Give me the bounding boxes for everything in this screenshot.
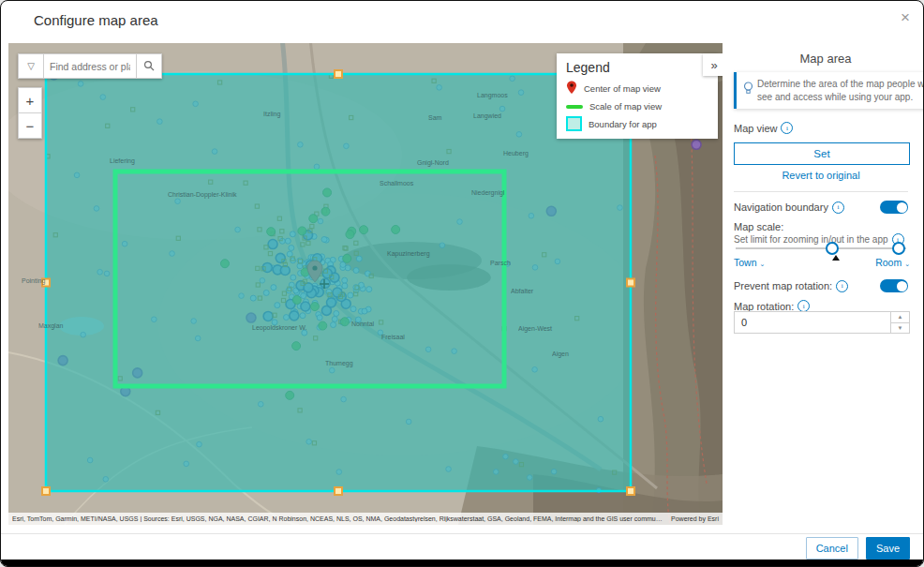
legend-collapse-button[interactable]: »: [703, 53, 723, 76]
legend-item: Boundary for app: [566, 116, 708, 131]
chevron-down-icon: ▽: [27, 61, 35, 71]
map-scale-label: Map scale:: [734, 221, 783, 232]
legend-item-label: Scale of map view: [589, 101, 662, 112]
close-icon[interactable]: ×: [901, 8, 910, 27]
map-scale-slider: [736, 242, 906, 255]
search-input[interactable]: [44, 53, 136, 79]
map-rotation-input[interactable]: [735, 312, 890, 333]
powered-by-esri: Powered by Esri: [671, 515, 719, 522]
divider: [734, 191, 908, 192]
legend-item: Scale of map view: [566, 101, 708, 112]
chevron-down-icon: ⌄: [904, 261, 910, 267]
map-rotation-label: Map rotation:: [734, 301, 794, 312]
prevent-rotation-toggle[interactable]: [880, 279, 908, 292]
set-map-view-button[interactable]: Set: [734, 142, 910, 165]
dialog-title: Configure map area: [34, 12, 158, 28]
slider-min-handle[interactable]: [826, 242, 839, 255]
info-icon[interactable]: i: [836, 280, 848, 292]
boundary-handle[interactable]: [42, 487, 50, 495]
search-source-dropdown[interactable]: ▽: [18, 53, 44, 79]
save-button[interactable]: Save: [866, 537, 910, 560]
boundary-handle[interactable]: [627, 487, 634, 495]
legend-item-label: Center of map view: [584, 83, 661, 94]
search-icon: [143, 60, 155, 73]
cancel-button[interactable]: Cancel: [806, 537, 858, 560]
map-rotation-field: ▲ ▼: [734, 311, 910, 334]
map-area-settings-panel: Map area Determine the area of the map p…: [732, 43, 919, 526]
legend-card: Legend Center of map view Scale of map v…: [557, 53, 718, 139]
scale-min-value: Town: [734, 257, 757, 268]
legend-title: Legend: [566, 60, 708, 75]
boundary-handle[interactable]: [42, 279, 50, 287]
boundary-handle[interactable]: [335, 487, 342, 495]
boundary-handle[interactable]: [627, 279, 634, 287]
search-button[interactable]: [136, 53, 162, 79]
map-attribution: Esri, TomTom, Garmin, METI/NASA, USGS | …: [8, 513, 723, 525]
map-view-label: Map view: [734, 123, 777, 134]
boundary-for-app-rect[interactable]: [46, 74, 631, 491]
configure-map-area-dialog: Configure map area ×: [0, 0, 924, 567]
window-bottom-edge: [1, 560, 923, 566]
slider-track[interactable]: [736, 247, 906, 249]
search-bar: ▽: [18, 53, 162, 79]
tip-callout: Determine the area of the map people wil…: [734, 72, 924, 109]
attribution-sources: Esri, TomTom, Garmin, METI/NASA, USGS | …: [12, 515, 663, 522]
map-pin-icon: [566, 81, 577, 97]
info-icon[interactable]: i: [781, 122, 793, 134]
spinner-up-icon[interactable]: ▲: [891, 312, 909, 323]
double-chevron-right-icon: »: [710, 58, 717, 72]
scale-max-value: Room: [875, 257, 902, 268]
legend-item: Center of map view: [566, 81, 708, 97]
revert-to-original-link[interactable]: Revert to original: [732, 170, 910, 181]
scale-min-dropdown[interactable]: Town ⌄: [734, 257, 765, 268]
slider-max-handle[interactable]: [892, 242, 905, 255]
zoom-out-button[interactable]: −: [18, 113, 42, 139]
zoom-controls: + −: [18, 87, 42, 139]
lightbulb-icon: [743, 82, 753, 99]
navigation-boundary-toggle[interactable]: [880, 201, 908, 214]
prevent-rotation-label: Prevent map rotation:: [734, 280, 832, 291]
slider-marker-triangle-icon: [832, 255, 840, 261]
scale-line-icon: [566, 105, 583, 109]
chevron-down-icon: ⌄: [759, 261, 765, 267]
tip-text: Determine the area of the map people wil…: [757, 79, 924, 102]
scale-max-dropdown[interactable]: Room ⌄: [875, 257, 910, 268]
legend-item-label: Boundary for app: [589, 119, 657, 129]
navigation-boundary-label: Navigation boundary: [734, 201, 828, 213]
boundary-swatch-icon: [566, 116, 582, 131]
number-spinner: ▲ ▼: [890, 312, 909, 333]
boundary-handle[interactable]: [335, 70, 342, 78]
spinner-down-icon[interactable]: ▼: [891, 323, 909, 334]
zoom-in-button[interactable]: +: [18, 87, 42, 113]
dialog-footer: Cancel Save: [1, 533, 923, 561]
map-canvas[interactable]: PointingMaxglanLieferingItzlingSamLangmo…: [8, 43, 723, 525]
panel-title: Map area: [732, 52, 919, 66]
info-icon[interactable]: i: [832, 201, 844, 214]
